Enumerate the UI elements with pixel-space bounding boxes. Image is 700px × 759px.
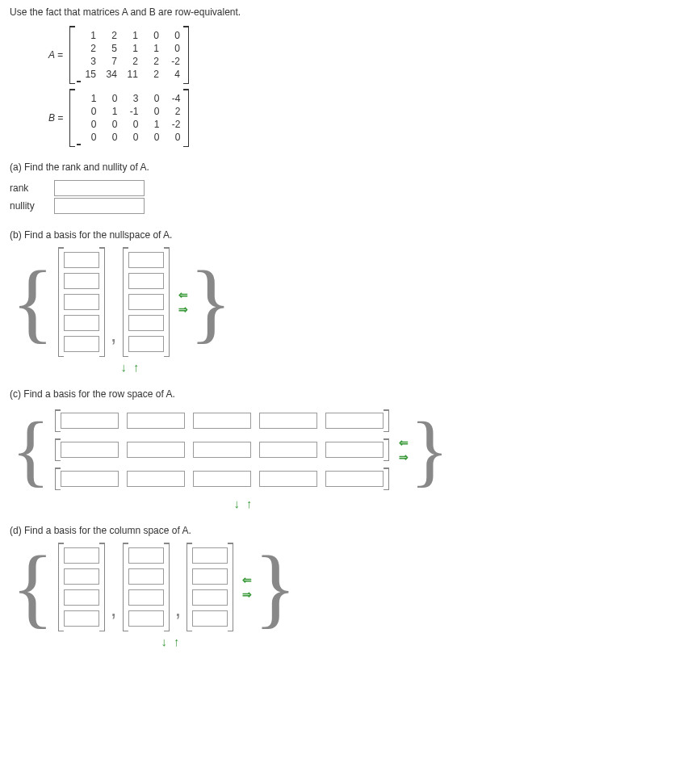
nullspace-vector-1 — [58, 247, 105, 357]
answer-input[interactable] — [127, 471, 185, 487]
comma: , — [107, 596, 120, 631]
answer-input[interactable] — [193, 442, 251, 458]
answer-input[interactable] — [325, 471, 384, 487]
answer-input[interactable] — [61, 413, 119, 429]
matrix-B-label: B = — [48, 112, 63, 124]
part-d-text: (d) Find a basis for the column space of… — [10, 525, 690, 536]
answer-input[interactable] — [61, 471, 119, 487]
answer-input[interactable] — [128, 589, 164, 606]
answer-input[interactable] — [128, 315, 164, 331]
answer-input[interactable] — [127, 413, 185, 429]
left-brace-icon: { — [10, 269, 56, 336]
nullity-input[interactable] — [54, 198, 145, 214]
add-remove-column-icon[interactable]: ⇐⇒ — [178, 289, 188, 315]
rowspace-vector-3 — [55, 468, 389, 490]
answer-input[interactable] — [128, 568, 164, 585]
matrix-B-body: 1030-4 01-102 0001-2 00000 — [69, 89, 189, 147]
answer-input[interactable] — [259, 471, 317, 487]
answer-input[interactable] — [64, 589, 99, 606]
colspace-vector-2 — [123, 543, 170, 631]
answer-input[interactable] — [64, 610, 99, 627]
answer-input[interactable] — [193, 471, 251, 487]
matrix-A-body: 12100 25110 3722-2 15341124 — [69, 26, 189, 84]
add-remove-column-icon[interactable]: ⇐⇒ — [399, 437, 409, 463]
answer-input[interactable] — [128, 273, 164, 289]
matrix-A-label: A = — [48, 49, 63, 61]
answer-input[interactable] — [192, 589, 228, 606]
answer-input[interactable] — [193, 413, 251, 429]
answer-input[interactable] — [192, 568, 228, 585]
answer-input[interactable] — [64, 568, 99, 585]
part-c-text: (c) Find a basis for the row space of A. — [10, 388, 690, 400]
add-remove-row-icon[interactable]: ↓ ↑ — [147, 635, 195, 648]
prompt-text: Use the fact that matrices A and B are r… — [10, 6, 690, 18]
add-remove-column-icon[interactable]: ⇐⇒ — [242, 574, 252, 600]
answer-input[interactable] — [64, 273, 99, 289]
answer-input[interactable] — [192, 547, 228, 564]
part-b-text: (b) Find a basis for the nullspace of A. — [10, 229, 690, 241]
right-brace-icon: } — [409, 420, 451, 480]
answer-input[interactable] — [64, 315, 99, 331]
answer-input[interactable] — [128, 610, 164, 627]
add-remove-row-icon[interactable]: ↓ ↑ — [107, 360, 155, 374]
answer-input[interactable] — [127, 442, 185, 458]
answer-input[interactable] — [64, 252, 99, 268]
left-brace-icon: { — [10, 420, 52, 480]
part-a-text: (a) Find the rank and nullity of A. — [10, 161, 690, 173]
answer-input[interactable] — [128, 547, 164, 564]
right-brace-icon: } — [252, 554, 298, 621]
rowspace-vector-2 — [55, 438, 389, 461]
nullspace-vector-2 — [123, 247, 170, 357]
right-brace-icon: } — [188, 269, 234, 336]
answer-input[interactable] — [128, 294, 164, 310]
answer-input[interactable] — [128, 336, 164, 352]
colspace-vector-3 — [187, 543, 233, 631]
answer-input[interactable] — [64, 547, 99, 564]
answer-input[interactable] — [259, 442, 317, 458]
answer-input[interactable] — [61, 442, 119, 458]
rank-label: rank — [10, 182, 52, 194]
answer-input[interactable] — [259, 413, 317, 429]
answer-input[interactable] — [325, 442, 384, 458]
nullity-label: nullity — [10, 200, 52, 212]
answer-input[interactable] — [64, 336, 99, 352]
answer-input[interactable] — [325, 413, 384, 429]
answer-input[interactable] — [128, 252, 164, 268]
left-brace-icon: { — [10, 554, 56, 621]
add-remove-row-icon[interactable]: ↓ ↑ — [220, 497, 268, 510]
answer-input[interactable] — [192, 610, 228, 627]
colspace-vector-1 — [58, 543, 105, 631]
part-d-answer: { , , ⇐⇒ } — [10, 543, 690, 631]
part-b-answer: { , ⇐⇒ } — [10, 247, 690, 357]
comma: , — [172, 596, 185, 631]
rowspace-vector-1 — [55, 409, 389, 432]
rank-input[interactable] — [54, 180, 145, 196]
matrix-B: B = 1030-4 01-102 0001-2 00000 — [48, 89, 690, 147]
matrix-A: A = 12100 25110 3722-2 15341124 — [48, 26, 690, 84]
answer-input[interactable] — [64, 294, 99, 310]
part-c-answer: { ⇐⇒ } — [10, 406, 690, 493]
comma: , — [107, 321, 120, 357]
